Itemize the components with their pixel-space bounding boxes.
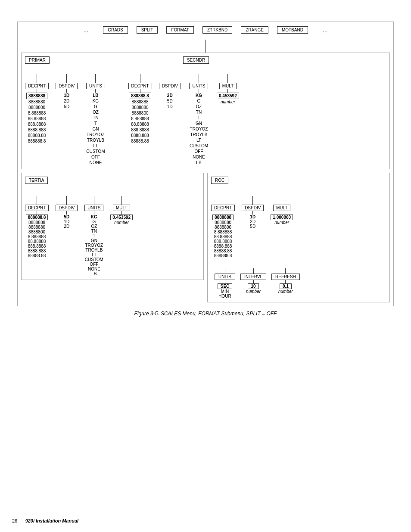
secondary-decpnt-item-5: 88.88888	[129, 121, 151, 127]
secondary-decpnt-item-4: 8.888888	[129, 116, 151, 121]
primary-units-item-8: TROYLB	[85, 137, 106, 143]
tertia-decpnt-item-1: 8888888	[28, 220, 45, 225]
tertia-mult-header: MULT	[113, 205, 130, 211]
primary-decpnt-item-2: 8888800	[27, 105, 47, 110]
roc-decpnt-item-7: 88888.88	[214, 249, 232, 253]
tertia-decpnt-item-2: 8888880	[28, 225, 45, 230]
primary-dspdiv-item-1: 2D	[62, 98, 71, 104]
roc-mult-header: MULT	[273, 205, 290, 211]
secondary-mult-item-0: 0.453592	[217, 93, 239, 99]
tertia-decpnt-item-5: 88.88888	[28, 239, 46, 244]
roc-decpnt-item-3: 8.888888	[214, 230, 232, 234]
menu-split: SPLIT	[137, 26, 158, 34]
tertia-decpnt-item-3: 8888800	[28, 230, 45, 234]
primary-units-header: UNITS	[86, 83, 105, 89]
primary-units-item-6: GN	[90, 126, 100, 132]
secondary-dspdiv-item-2: 1D	[165, 104, 174, 109]
roc-sub-intervl-item-0: 10	[248, 283, 258, 289]
tertia-dspdiv-item-1: 1D	[64, 219, 69, 224]
secondary-units-item-9: CUSTOM	[188, 143, 210, 149]
tertia-units-item-11: NONE	[88, 267, 100, 271]
tertia-units-item-6: TROYOZ	[85, 243, 103, 248]
roc-decpnt-item-2: 8888800	[215, 225, 231, 230]
roc-mult-item-1: number	[274, 220, 289, 225]
menu-ztrkbnd: ZTRKBND	[202, 26, 232, 34]
primary-units-item-1: KG	[91, 98, 100, 104]
roc-sub-refresh-item-0: 0.1	[280, 283, 292, 289]
roc-sub-refresh-item-1: number	[278, 289, 293, 294]
roc-decpnt-item-4: 88.88888	[214, 234, 232, 239]
menu-zrange: ZRANGE	[241, 26, 268, 34]
tertia-mult-item-0: 0.453592	[110, 215, 133, 220]
secondary-units-item-5: GN	[194, 121, 204, 126]
secondary-dspdiv-header: DSPDIV	[159, 83, 181, 89]
primary-decpnt-item-6: 8888.888	[26, 127, 48, 133]
primary-decpnt-item-7: 88888.88	[26, 133, 48, 138]
roc-decpnt-item-0: 8888888	[212, 215, 234, 220]
roc-sub-intervl-header: INTERVL	[240, 274, 266, 280]
roc-dspdiv-item-0: 1D	[250, 215, 255, 219]
roc-dspdiv-item-1: 2D	[250, 219, 255, 224]
tertia-units-item-4: T	[93, 233, 95, 238]
secondary-units-item-10: OFF	[193, 149, 205, 154]
secondary-units-item-4: T	[196, 115, 202, 121]
tertia-decpnt-item-8: 88888.88	[28, 253, 46, 258]
tertia-units-item-0: KG	[91, 215, 97, 219]
primary-dspdiv-item-2: 5D	[62, 104, 71, 109]
roc-sub-units-item-2: HOUR	[218, 294, 231, 299]
tertia-units-header: UNITS	[84, 205, 103, 211]
primary-units-item-2: G	[92, 104, 99, 109]
primary-dspdiv-item-0: 1D	[62, 93, 71, 98]
tertia-dspdiv-item-0: 5D	[64, 215, 69, 219]
roc-sub-units-header: UNITS	[215, 274, 235, 280]
roc-decpnt-item-5: 888.8888	[214, 239, 232, 244]
menu-motband: MOTBAND	[277, 26, 308, 34]
roc-sub-units-item-0: SEC	[218, 283, 233, 289]
primary-units-item-3: OZ	[91, 109, 100, 115]
tertia-units-item-3: TN	[91, 229, 97, 233]
primary-decpnt-item-1: 8888880	[28, 99, 46, 105]
roc-decpnt-item-8: 888888.8	[214, 253, 232, 258]
primary-units-item-0: LB	[91, 93, 100, 98]
secondary-units-item-7: TROYLB	[188, 132, 209, 137]
secondary-units-item-11: NONE	[191, 154, 207, 160]
primary-decpnt-item-0: 8888888	[26, 93, 47, 99]
tertia-mult-item-1: number	[114, 220, 129, 225]
page: ... GRADS SPLIT FORMAT ZTRKBND ZRANGE MO…	[0, 0, 411, 532]
primary-dspdiv-header: DSPDIV	[56, 83, 78, 89]
manual-title: 920i Installation Manual	[25, 518, 78, 523]
primary-decpnt-item-8: 888888.8	[26, 138, 48, 144]
roc-decpnt-item-6: 8888.888	[214, 244, 232, 249]
tertia-dspdiv-item-2: 2D	[64, 224, 69, 229]
tertia-decpnt-item-6: 888.8888	[28, 244, 46, 249]
page-footer: 26 920i Installation Manual	[12, 518, 78, 523]
primary-units-item-7: TROYOZ	[85, 132, 106, 137]
secondary-units-header: UNITS	[189, 83, 208, 89]
dots-left: ...	[83, 27, 88, 34]
primar-label: PRIMAR	[25, 56, 50, 64]
roc-dspdiv-item-2: 5D	[250, 224, 255, 229]
tertia-units-item-10: OFF	[90, 262, 98, 267]
secondary-units-item-6: TROYOZ	[188, 126, 210, 132]
roc-sub-units-item-1: MIN	[221, 289, 229, 294]
secndr-label: SECNDR	[183, 56, 209, 64]
primary-units-item-9: LT	[91, 143, 100, 149]
secondary-units-item-1: G	[196, 98, 202, 104]
tertia-units-item-1: G	[92, 219, 96, 224]
secondary-decpnt-header: DECPNT	[128, 83, 152, 89]
secondary-units-item-12: LB	[194, 160, 203, 165]
secondary-decpnt-item-0: 888888.8	[129, 93, 151, 99]
primary-units-item-10: CUSTOM	[84, 149, 106, 154]
secondary-decpnt-item-8: 88888.88	[129, 138, 151, 144]
secondary-decpnt-item-2: 8888880	[130, 105, 150, 110]
secondary-decpnt-item-3: 8888800	[130, 110, 150, 116]
secondary-dspdiv-item-1: 5D	[165, 98, 174, 104]
roc-decpnt-header: DECPNT	[211, 205, 235, 211]
secondary-units-item-3: TN	[194, 109, 203, 115]
secondary-decpnt-item-7: 8888.888	[129, 133, 151, 138]
primary-decpnt-item-5: 888.8888	[26, 121, 48, 127]
primary-decpnt-item-3: 8.888888	[26, 110, 48, 116]
tertia-units-item-8: LT	[92, 252, 97, 257]
roc-label: ROC	[211, 177, 228, 184]
roc-decpnt-item-1: 8888880	[215, 220, 231, 225]
